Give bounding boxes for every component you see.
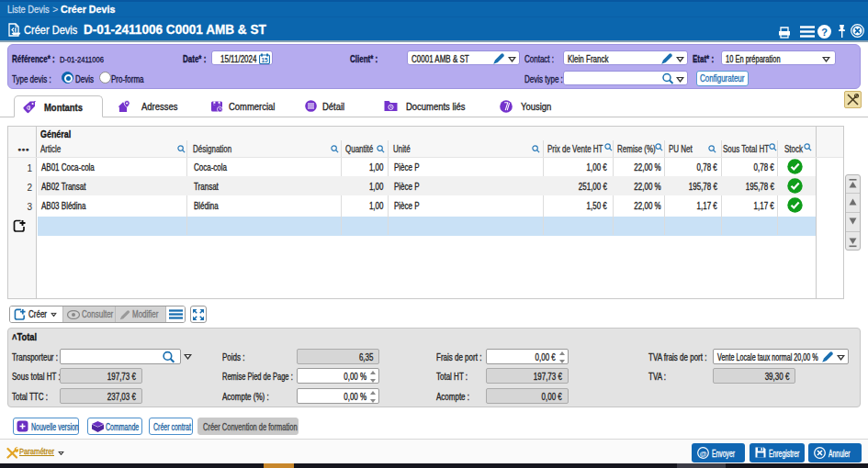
svg-text:15: 15 bbox=[261, 57, 268, 63]
svg-text:@: @ bbox=[699, 450, 706, 458]
svg-text:?: ? bbox=[821, 27, 828, 38]
